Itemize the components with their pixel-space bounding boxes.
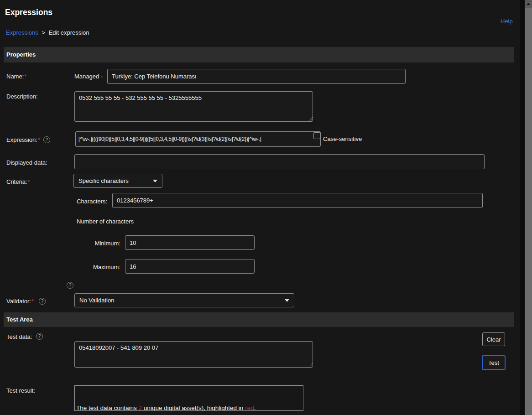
- name-label: Name:*: [6, 73, 26, 80]
- criteria-selected-value: Specific characters: [78, 177, 129, 184]
- validator-selected-value: No Validation: [79, 297, 114, 304]
- name-input[interactable]: [107, 69, 406, 84]
- description-label: Description:: [6, 93, 38, 100]
- name-required-asterisk: *: [24, 73, 26, 80]
- dropdown-caret-icon: [285, 299, 289, 302]
- validator-select[interactable]: No Validation: [74, 293, 294, 307]
- expressions-page: Expressions Help Expressions > Edit expr…: [0, 0, 532, 415]
- characters-input[interactable]: [112, 193, 483, 208]
- maximum-input[interactable]: [125, 259, 255, 274]
- characters-label: Characters:: [77, 198, 107, 205]
- minimum-label: Minimum:: [70, 240, 120, 247]
- validator-help-icon[interactable]: ?: [39, 298, 46, 305]
- expression-label: Expression:*: [6, 136, 40, 143]
- test-result-label: Test result:: [6, 387, 35, 394]
- expression-required-asterisk: *: [38, 136, 40, 143]
- help-link[interactable]: Help: [501, 18, 513, 25]
- test-data-label: Test data:: [6, 333, 32, 340]
- scrollbar-up-button[interactable]: [525, 0, 532, 8]
- case-sensitive-label: Case-sensitive: [323, 135, 362, 142]
- test-data-textarea[interactable]: 05418092007 - 541 809 20 07: [74, 341, 313, 368]
- page-title: Expressions: [5, 8, 52, 17]
- displayed-data-label: Displayed data:: [6, 159, 47, 166]
- criteria-label: Criteria:*: [6, 178, 30, 185]
- number-of-characters-help-icon[interactable]: ?: [67, 282, 73, 289]
- clear-button[interactable]: Clear: [482, 332, 505, 346]
- description-textarea[interactable]: 0532 555 55 55 - 532 555 55 55 - 5325555…: [74, 91, 313, 122]
- displayed-data-input[interactable]: [74, 154, 485, 169]
- validator-label: Validator:*: [6, 298, 34, 305]
- test-result-line1: The test data contains 2 unique digital …: [76, 404, 302, 411]
- test-button[interactable]: Test: [482, 355, 506, 370]
- vertical-scrollbar[interactable]: [525, 0, 532, 415]
- breadcrumb-separator: >: [42, 29, 45, 36]
- case-sensitive-checkbox[interactable]: [313, 132, 320, 139]
- properties-section-header: Properties: [4, 47, 514, 62]
- name-prefix-label: Managed -: [74, 73, 103, 80]
- breadcrumb-expressions-link[interactable]: Expressions: [6, 29, 38, 36]
- minimum-input[interactable]: [125, 235, 255, 250]
- arrow-up-icon: [527, 3, 530, 5]
- maximum-label: Maximum:: [70, 264, 120, 270]
- expression-input[interactable]: [75, 131, 321, 147]
- criteria-required-asterisk: *: [28, 178, 30, 185]
- number-of-characters-label: Number of characters: [77, 218, 134, 225]
- validator-required-asterisk: *: [31, 298, 34, 305]
- test-data-help-icon[interactable]: ?: [36, 333, 43, 340]
- expression-help-icon[interactable]: ?: [43, 136, 50, 143]
- criteria-select[interactable]: Specific characters: [73, 174, 162, 188]
- test-result-box: The test data contains 2 unique digital …: [74, 385, 303, 411]
- breadcrumb: Expressions > Edit expression: [6, 29, 89, 36]
- dropdown-caret-icon: [153, 180, 157, 182]
- test-area-section-header: Test Area: [4, 312, 514, 327]
- page-right-gutter: [520, 0, 525, 415]
- breadcrumb-current: Edit expression: [49, 29, 89, 36]
